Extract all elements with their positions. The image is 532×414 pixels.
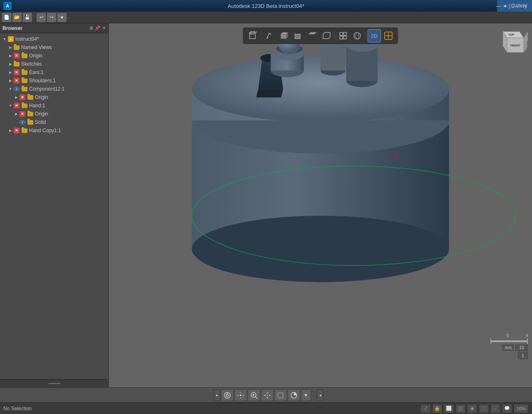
svg-text:RIGHT: RIGHT xyxy=(526,41,528,47)
tree-item-ears1[interactable]: ▶ ✕ Ears:1 xyxy=(0,68,108,76)
scale-indicator: 1 xyxy=(518,352,528,359)
tree-item-origin[interactable]: ▶ ✕ Origin xyxy=(0,52,108,60)
scale-num-4: 4 xyxy=(525,333,528,338)
menu-bar: 📄 📂 💾 ↩ ↪ ▼ xyxy=(0,12,532,23)
status-right: ✓ 🔒 ⬜ ◱ ◈ ⬚ ◦ 💬 10% xyxy=(421,404,529,413)
svg-rect-7 xyxy=(281,34,286,39)
sketch-mode-button[interactable] xyxy=(382,29,395,42)
status-grid-icon[interactable]: ⬜ xyxy=(444,404,454,413)
2d-button[interactable]: 2D xyxy=(368,29,381,42)
svg-line-51 xyxy=(255,397,257,399)
tree-hand1-label: Hand:1 xyxy=(29,103,45,108)
btb-pan[interactable] xyxy=(234,389,247,401)
open-button[interactable]: 📂 xyxy=(12,12,22,22)
browser-close-icon[interactable]: ✕ xyxy=(102,25,106,31)
viewport[interactable]: 2D xyxy=(109,23,532,387)
rotate-view-button[interactable] xyxy=(320,29,333,42)
browser-panel: Browser ⊞ 📌 ✕ ▼ i instruct04* ▶ xyxy=(0,23,109,387)
status-check-icon[interactable]: ✓ xyxy=(421,404,431,413)
btb-more[interactable]: ▼ xyxy=(301,389,311,401)
btb-move[interactable] xyxy=(261,389,273,401)
status-lock-icon[interactable]: 🔒 xyxy=(432,404,442,413)
browser-header: Browser ⊞ 📌 ✕ xyxy=(0,23,108,33)
browser-grid-icon[interactable]: ⊞ xyxy=(89,25,93,31)
btb-frame-select[interactable] xyxy=(274,389,287,401)
status-dot-icon[interactable]: ◦ xyxy=(490,404,500,413)
front-view-button[interactable] xyxy=(291,29,305,42)
box-solid-button[interactable] xyxy=(277,29,291,42)
pen-tool-button[interactable] xyxy=(263,29,276,42)
browser-pin-icon[interactable]: 📌 xyxy=(95,25,101,31)
scale-bar-container: mm 10 xyxy=(490,339,528,351)
svg-text:TOP: TOP xyxy=(508,33,515,36)
tree-hand1-solid-folder-icon xyxy=(27,119,34,126)
tree-named-views-label: Named Views xyxy=(21,44,52,50)
svg-point-14 xyxy=(356,32,359,39)
status-render-icon[interactable]: ⬚ xyxy=(479,404,489,413)
tree-handcopy1-arrow: ▶ xyxy=(7,128,13,133)
tree-item-shoulders1[interactable]: ▶ ✕ Shoulders:1 xyxy=(0,76,108,85)
svg-rect-12 xyxy=(344,36,347,39)
tree-item-hand1-solid[interactable]: Solid xyxy=(0,118,108,126)
tree-comp12-origin-label: Origin xyxy=(35,94,48,100)
btb-zoom[interactable] xyxy=(248,389,260,401)
tree-sketches-label: Sketches xyxy=(21,61,42,67)
maximize-button[interactable]: □ xyxy=(505,0,519,12)
tree-hand1-origin-label: Origin xyxy=(35,111,48,117)
status-msg-icon[interactable]: 💬 xyxy=(502,404,512,413)
tree-handcopy1-x-icon: ✕ xyxy=(13,127,20,134)
tree-item-component12[interactable]: ▼ Component12:1 xyxy=(0,85,108,93)
new-button[interactable]: 📄 xyxy=(2,12,12,22)
tree-item-named-views[interactable]: ▶ Named Views xyxy=(0,43,108,52)
svg-text:FRONT: FRONT xyxy=(510,44,521,47)
status-frame-icon[interactable]: ◱ xyxy=(456,404,466,413)
2d-label: 2D xyxy=(371,33,378,39)
btb-end: ◂ xyxy=(317,389,323,401)
tree-hand1-folder-icon xyxy=(21,102,28,109)
ftb-sep3 xyxy=(366,31,366,41)
shaded-button[interactable] xyxy=(351,29,364,42)
tree-item-handcopy1[interactable]: ▶ ✕ Hand Copy1:1 xyxy=(0,126,108,135)
save-button[interactable]: 💾 xyxy=(22,12,32,22)
svg-rect-55 xyxy=(278,393,283,398)
svg-point-13 xyxy=(354,32,361,39)
svg-rect-9 xyxy=(340,32,343,35)
svg-rect-8 xyxy=(295,34,300,39)
tree-root[interactable]: ▼ i instruct04* xyxy=(0,35,108,43)
tree-component12-arrow: ▼ xyxy=(7,86,13,92)
tree-shoulders1-arrow: ▶ xyxy=(7,78,13,84)
tree-origin-folder-icon xyxy=(21,52,28,59)
scale-area: 0 4 mm 10 1 xyxy=(490,333,528,359)
tree-named-views-arrow: ▶ xyxy=(7,44,13,50)
home-view-button[interactable] xyxy=(246,29,259,42)
redo-button[interactable]: ↪ xyxy=(47,12,57,22)
minimize-button[interactable]: — xyxy=(492,0,505,12)
tree-component12-folder-icon xyxy=(21,86,28,92)
tree-hand1-solid-label: Solid xyxy=(35,119,46,125)
floating-toolbar: 2D xyxy=(243,27,398,44)
view-cube[interactable]: TOP FRONT RIGHT xyxy=(495,27,528,61)
ftb-sep2 xyxy=(335,31,335,41)
close-button[interactable]: ✕ xyxy=(519,0,532,12)
tree-named-views-icon xyxy=(13,44,20,51)
status-zoom-percent[interactable]: 10% xyxy=(514,404,529,413)
tree-item-hand1[interactable]: ▼ ✕ Hand:1 xyxy=(0,101,108,110)
tree-handcopy1-folder-icon xyxy=(21,127,28,134)
svg-rect-0 xyxy=(250,33,256,39)
tree-shoulders1-label: Shoulders:1 xyxy=(29,78,56,84)
browser-tree: ▼ i instruct04* ▶ Named Views ▶ xyxy=(0,33,108,379)
btb-orbit[interactable] xyxy=(221,389,234,401)
status-shade-icon[interactable]: ◈ xyxy=(467,404,477,413)
tree-item-hand1-origin[interactable]: ▶ ✕ Origin xyxy=(0,110,108,118)
tree-sketches-arrow: ▶ xyxy=(7,61,13,67)
btb-display-mode[interactable] xyxy=(288,389,300,401)
svg-line-5 xyxy=(270,33,271,35)
wireframe-button[interactable] xyxy=(337,29,350,42)
tree-item-comp12-origin[interactable]: ▶ ✕ Origin xyxy=(0,93,108,101)
tree-root-arrow: ▼ xyxy=(2,36,7,42)
undo-button[interactable]: ↩ xyxy=(36,12,46,22)
tree-item-sketches[interactable]: ▶ Sketches xyxy=(0,60,108,68)
tree-comp12-origin-arrow: ▶ xyxy=(13,94,19,100)
side-view-button[interactable] xyxy=(305,29,319,42)
more-button[interactable]: ▼ xyxy=(57,12,67,22)
